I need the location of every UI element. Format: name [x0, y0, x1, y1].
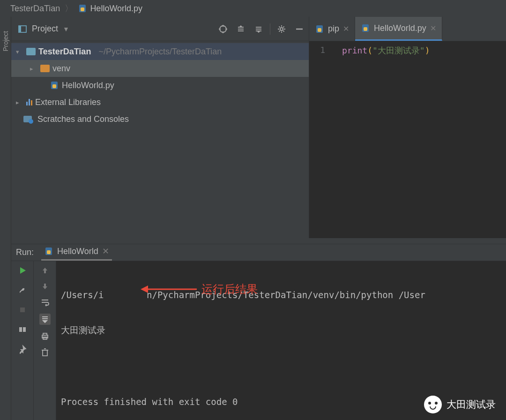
run-title: Run:: [16, 248, 34, 257]
top-panes: Project ▼ ▾ TesterDaTian ~/PycharmProjec…: [11, 17, 506, 238]
svg-point-4: [220, 26, 226, 32]
collapse-all-icon[interactable]: [252, 22, 265, 36]
tab-label: pip: [328, 24, 339, 34]
token-paren: ): [425, 45, 430, 55]
run-play-icon[interactable]: [18, 266, 27, 275]
editor-body[interactable]: 1 print("大田测试录"): [309, 41, 506, 238]
close-icon[interactable]: ✕: [343, 24, 349, 33]
left-rail-project-label[interactable]: Project: [2, 31, 9, 52]
project-view-chevron-icon[interactable]: ▼: [63, 25, 69, 33]
code-line[interactable]: print("大田测试录"): [333, 41, 430, 238]
chevron-right-icon[interactable]: ▸: [30, 65, 37, 72]
tab-label: HelloWorld.py: [374, 23, 426, 33]
project-title[interactable]: Project: [32, 24, 58, 34]
svg-rect-3: [19, 26, 21, 32]
run-header: Run: HelloWorld ✕: [11, 244, 506, 261]
chevron-down-icon[interactable]: ▾: [16, 48, 23, 55]
run-actions-secondary: [34, 261, 56, 420]
svg-point-15: [280, 28, 283, 30]
stop-icon[interactable]: [18, 305, 27, 315]
tree-item-label: venv: [52, 64, 70, 74]
svg-rect-27: [23, 327, 26, 332]
wechat-icon: [424, 396, 442, 413]
toolbar-divider: [270, 23, 270, 35]
svg-rect-24: [47, 250, 51, 254]
close-icon[interactable]: ✕: [102, 246, 109, 256]
line-number: 1: [309, 41, 333, 238]
arrow-up-icon[interactable]: [40, 266, 50, 275]
gear-icon[interactable]: [275, 22, 288, 36]
breadcrumb-file[interactable]: HelloWorld.py: [78, 4, 142, 14]
svg-rect-18: [52, 84, 56, 88]
layout-icon[interactable]: [18, 325, 27, 334]
python-file-icon: [50, 81, 59, 90]
project-tree[interactable]: ▾ TesterDaTian ~/PycharmProjects/TesterD…: [11, 41, 309, 238]
libraries-icon: [26, 99, 32, 105]
tab-helloworld[interactable]: HelloWorld.py ✕: [355, 17, 442, 41]
expand-all-icon[interactable]: [234, 22, 247, 36]
hide-icon[interactable]: [293, 22, 306, 36]
console-line-command: /Users/i n/PycharmProjects/TesterDaTian/…: [61, 287, 501, 302]
project-tool-window: Project ▼ ▾ TesterDaTian ~/PycharmProjec…: [11, 17, 309, 238]
run-tool-window: Run: HelloWorld ✕ /Users/i n/PycharmProj…: [11, 244, 506, 420]
editor-tabs: pip ✕ HelloWorld.py ✕: [309, 17, 506, 41]
run-actions-primary: [11, 261, 34, 420]
folder-icon: [26, 48, 36, 55]
breadcrumb-root[interactable]: TesterDaTian: [10, 4, 60, 14]
wrench-icon[interactable]: [18, 285, 27, 295]
tree-item-venv[interactable]: ▸ venv: [11, 60, 309, 77]
svg-rect-26: [19, 327, 22, 332]
tab-pip[interactable]: pip ✕: [309, 17, 355, 41]
scroll-to-end-icon[interactable]: [39, 314, 51, 325]
annotation-arrow: 运行后结果: [141, 282, 258, 297]
tree-item-label: External Libraries: [35, 98, 101, 107]
svg-rect-22: [364, 27, 367, 31]
watermark-text: 大田测试录: [446, 398, 496, 411]
svg-rect-1: [81, 8, 84, 11]
folder-icon: [40, 65, 50, 72]
token-function: print: [342, 45, 367, 55]
console-line-blank: [61, 359, 501, 374]
annotation-text: 运行后结果: [201, 282, 258, 297]
console-line-output: 大田测试录: [61, 323, 501, 338]
chevron-right-icon[interactable]: ▸: [16, 99, 23, 106]
close-icon[interactable]: ✕: [430, 24, 436, 33]
project-view-icon: [18, 24, 27, 34]
project-toolbar: Project ▼: [11, 17, 309, 41]
tree-item-helloworld[interactable]: HelloWorld.py: [11, 77, 309, 94]
python-file-icon: [44, 247, 53, 256]
breadcrumb-separator: 〉: [65, 3, 73, 14]
print-icon[interactable]: [40, 331, 50, 341]
tree-root-label: TesterDaTian: [38, 47, 91, 57]
tree-item-label: Scratches and Consoles: [37, 114, 129, 124]
svg-rect-20: [318, 28, 321, 32]
tree-root-path: ~/PycharmProjects/TesterDaTian: [98, 47, 222, 57]
watermark: 大田测试录: [424, 396, 496, 413]
token-string: "大田测试录": [372, 45, 425, 55]
run-tab-label: HelloWorld: [57, 247, 98, 256]
tree-root[interactable]: ▾ TesterDaTian ~/PycharmProjects/TesterD…: [11, 43, 309, 60]
svg-rect-31: [43, 350, 47, 356]
tree-item-external-libraries[interactable]: ▸ External Libraries: [11, 94, 309, 111]
soft-wrap-icon[interactable]: [40, 298, 50, 307]
breadcrumb-file-label: HelloWorld.py: [90, 4, 142, 14]
locate-icon[interactable]: [216, 22, 230, 36]
python-file-icon: [361, 23, 370, 33]
arrow-down-icon[interactable]: [40, 282, 50, 291]
python-file-icon: [315, 24, 324, 34]
breadcrumb: TesterDaTian 〉 HelloWorld.py: [0, 0, 506, 17]
trash-icon[interactable]: [40, 347, 50, 357]
pin-icon[interactable]: [18, 345, 27, 354]
editor-pane: pip ✕ HelloWorld.py ✕ 1 print("大田测试录"): [309, 17, 506, 238]
run-tab[interactable]: HelloWorld ✕: [41, 244, 112, 261]
svg-rect-25: [20, 308, 25, 312]
svg-rect-29: [43, 333, 47, 335]
tree-item-scratches[interactable]: Scratches and Consoles: [11, 111, 309, 128]
tree-item-label: HelloWorld.py: [62, 81, 114, 90]
python-file-icon: [78, 4, 87, 13]
token-paren: (: [367, 45, 372, 55]
left-rail: Project: [0, 17, 11, 420]
scratches-icon: [23, 116, 32, 122]
